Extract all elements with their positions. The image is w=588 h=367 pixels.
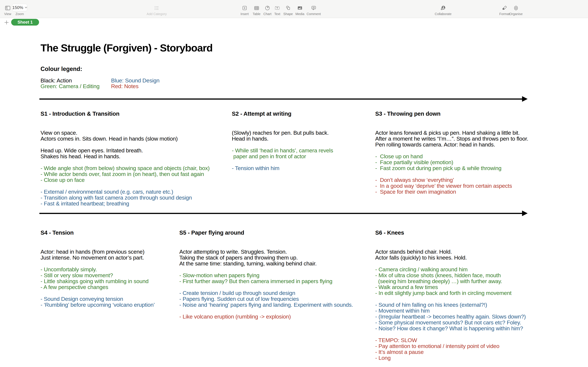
storyboard-line [41, 260, 178, 267]
section-heading: S5 - Paper flying around [179, 229, 375, 236]
storyboard-line: - Fast zoom out during pen pick up & whi… [375, 165, 587, 171]
storyboard-line: After a moment he writes “I’m…”. Stops a… [375, 136, 587, 142]
view-label: View [4, 12, 11, 16]
storyboard-line: - Camera circling / walking around him [375, 267, 587, 272]
storyboard-line: - Sound Design conveying tension [41, 296, 178, 302]
storyboard-line: Actor falls (quickly) to his knees. Hold… [375, 255, 587, 260]
comment-icon [311, 4, 317, 12]
section-s3: S3 - Throwing pen down Actor leans forwa… [375, 110, 587, 182]
storyboard-line: - Like volcano eruption (rumbling -> exp… [179, 314, 375, 319]
storyboard-line [179, 308, 375, 314]
media-icon [297, 4, 303, 12]
shape-label: Shape [283, 12, 293, 16]
chart-icon [264, 4, 270, 12]
storyboard-line: - Close up on hand [375, 153, 587, 159]
storyboard-line: Taking the stack of papers and throwing … [179, 255, 375, 260]
storyboard-line: Shakes his head. Head in hands. [41, 153, 231, 159]
collaborate-button[interactable]: Collaborate [432, 4, 454, 16]
chart-button[interactable]: Chart [261, 4, 273, 16]
insert-button[interactable]: Insert [238, 4, 251, 16]
section-body: View on space.Actors comes in. Sits down… [41, 130, 231, 206]
text-label: Text [274, 12, 280, 16]
timeline-arrow-2-head [522, 210, 528, 216]
storyboard-line: - Close up on face [41, 177, 231, 183]
section-heading: S3 - Throwing pen down [375, 110, 587, 117]
collaborate-label: Collaborate [435, 12, 451, 16]
comment-label: Comment [307, 12, 321, 16]
storyboard-line: - Noise and ‘hearing’ papers flying and … [179, 302, 375, 308]
sheet-tab-active[interactable]: Sheet 1 [11, 19, 39, 25]
storyboard-line: - (Irregular heartbeat -> becomes health… [375, 314, 587, 319]
add-sheet-button[interactable] [4, 19, 9, 25]
section-s6: S6 - Knees Actor stands behind chair. Ho… [375, 229, 587, 348]
media-label: Media [295, 12, 304, 16]
organise-label: Organise [509, 12, 523, 16]
storyboard-line: Actor attempting to write. Struggles. Te… [179, 249, 375, 255]
table-label: Table [253, 12, 260, 16]
storyboard-line: - Slow-motion when papers flying [179, 272, 375, 278]
chevron-down-icon [25, 7, 27, 8]
sheet-bar: Sheet 1 [0, 18, 588, 26]
storyboard-line: - Noise? How does it change? What is hap… [375, 325, 587, 331]
comment-button[interactable]: Comment [305, 4, 322, 16]
storyboard-line [375, 148, 587, 153]
storyboard-line: Just intense. No movement on actor’s par… [41, 255, 178, 260]
add-category-label: Add Category [147, 12, 167, 16]
organise-button[interactable]: Organise [507, 4, 525, 16]
toolbar: View 150% Zoom Add Category [0, 0, 588, 18]
storyboard-line: - In edit slightly jump back and forth i… [375, 290, 587, 296]
section-body: Actor: head in hands (from previous scen… [41, 249, 178, 308]
storyboard-line: - Tension within him [232, 165, 375, 171]
storyboard-line: - Transition along with fast camera zoom… [41, 195, 231, 200]
storyboard-line [41, 290, 178, 296]
timeline-arrow-1 [39, 99, 522, 100]
storyboard-line: Actor: head in hands (from previous scen… [41, 249, 178, 255]
storyboard-line: Head up. Wide open eyes. Irritated breat… [41, 148, 231, 153]
section-s1: S1 - Introduction & Transition View on s… [41, 110, 231, 194]
storyboard-line: - Face partially visible (emotion) [375, 159, 587, 165]
storyboard-line: - While still ‘head in hands’, camera re… [232, 148, 375, 153]
storyboard-line [41, 159, 231, 165]
page-title: The Struggle (Forgiven) - Storyboard [41, 42, 213, 54]
storyboard-line: Actor stands behind chair. Hold. [375, 249, 587, 255]
storyboard-line: - TEMPO: SLOW [375, 337, 587, 343]
zoom-dropdown[interactable]: 150% [12, 4, 27, 11]
legend-entry-red: Red: Notes [111, 83, 138, 89]
storyboard-line: - It’s almost a pause [375, 349, 587, 355]
section-heading: S1 - Introduction & Transition [41, 110, 231, 117]
legend-heading: Colour legend: [41, 66, 82, 72]
storyboard-line: (seeing him breathing deeply) …) with fu… [375, 278, 587, 284]
storyboard-line: - Don’t always show ‘everything’ [375, 177, 587, 183]
insert-icon [242, 4, 248, 12]
timeline-arrow-1-head [522, 96, 528, 102]
storyboard-line [41, 183, 231, 189]
text-button[interactable]: Text [272, 4, 283, 16]
storyboard-line: Actors comes in. Sits down. Head in hand… [41, 136, 231, 142]
section-body: Actor leans forward & picks up pen. Hand… [375, 130, 587, 195]
legend-entry-black: Black: Action [41, 78, 72, 83]
storyboard-line [375, 331, 587, 337]
storyboard-line: - Still or very slow movement? [41, 272, 178, 278]
table-button[interactable]: Table [251, 4, 262, 16]
storyboard-line [179, 267, 375, 272]
collaborate-icon [440, 4, 446, 12]
view-icon [4, 4, 11, 12]
storyboard-line: - Sound of him falling on his knees (ext… [375, 302, 587, 308]
section-body: (Slowly) reaches for pen. But pulls back… [232, 130, 375, 171]
plus-icon [4, 20, 9, 25]
legend-entry-blue: Blue: Sound Design [111, 78, 159, 83]
storyboard-line: - A few perspective changes [41, 284, 178, 290]
storyboard-line: - Papers flying. Sudden cut out of low f… [179, 296, 375, 302]
zoom-control[interactable]: 150% Zoom [12, 4, 27, 16]
media-button[interactable]: Media [294, 4, 306, 16]
storyboard-line: - Some physical movement sounds? But not… [375, 319, 587, 325]
legend-entry-green: Green: Camera / Editing [41, 83, 100, 89]
storyboard-line: - ‘Rumbling’ before upcoming ‘volcano er… [41, 302, 178, 308]
storyboard-line: - In a good way ‘deprive’ the viewer fro… [375, 183, 587, 189]
zoom-label: Zoom [15, 12, 24, 16]
storyboard-line: - Long [375, 355, 587, 361]
storyboard-line: View on space. [41, 130, 231, 136]
zoom-value: 150% [12, 5, 23, 10]
shape-button[interactable]: Shape [282, 4, 295, 16]
storyboard-line: Pen rolling towards camera. Actor: head … [375, 142, 587, 148]
